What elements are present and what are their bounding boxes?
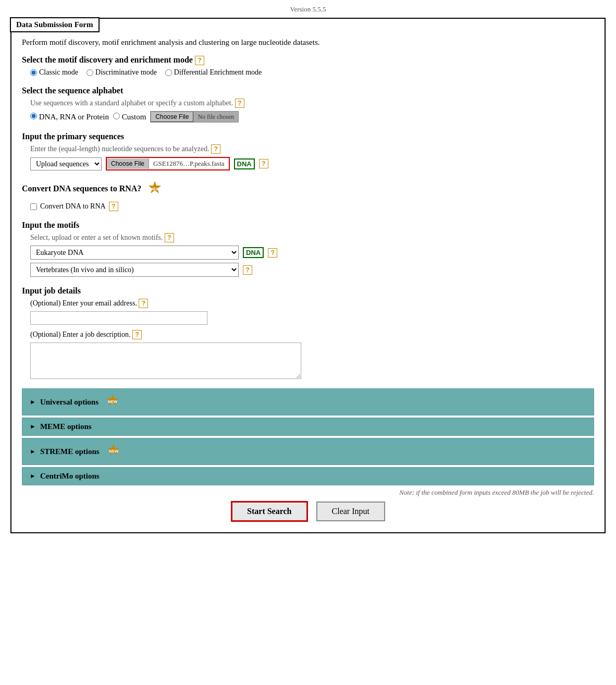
alphabet-section-title: Select the sequence alphabet <box>22 86 594 95</box>
primary-sequences-title: Input the primary sequences <box>22 132 594 141</box>
motifs-sublabel: Select, upload or enter a set of known m… <box>30 233 594 242</box>
new-starburst-svg: NEW <box>146 180 163 197</box>
intro-text: Perform motif discovery, motif enrichmen… <box>22 38 594 47</box>
convert-dna-new-badge: NEW <box>146 180 163 199</box>
alphabet-custom-radio[interactable] <box>113 113 120 119</box>
mode-classic-label[interactable]: Classic mode <box>30 68 78 77</box>
primary-sequences-sublabel: Enter the (equal-length) nucleotide sequ… <box>30 144 594 154</box>
streme-new-badge: NEW <box>106 443 121 460</box>
form-title: Data Submission Form <box>10 17 100 32</box>
universal-triangle-icon: ► <box>30 398 36 406</box>
svg-text:NEW: NEW <box>108 399 117 404</box>
svg-text:NEW: NEW <box>150 187 160 191</box>
streme-triangle-icon: ► <box>30 448 36 456</box>
motifs-dna-badge: DNA <box>243 247 264 258</box>
motifs-help-icon1[interactable]: ? <box>268 248 277 258</box>
buttons-row: Start Search Clear Input <box>22 501 594 522</box>
mode-discriminative-label[interactable]: Discriminative mode <box>87 68 157 77</box>
job-details-title: Input job details <box>22 286 594 296</box>
alphabet-dna-radio[interactable] <box>30 113 37 119</box>
motifs-select-row2: Vertebrates (In vivo and in silico) Inse… <box>30 263 594 277</box>
mode-discriminative-radio[interactable] <box>87 69 93 76</box>
motifs-select1[interactable]: Eukaryote DNA Prokaryote DNA RNA Protein <box>30 246 239 260</box>
start-search-button[interactable]: Start Search <box>231 501 307 522</box>
convert-dna-help-icon[interactable]: ? <box>109 202 118 211</box>
primary-sequences-section: Input the primary sequences Enter the (e… <box>22 132 594 170</box>
convert-dna-title: Convert DNA sequences to RNA? NEW <box>22 180 594 199</box>
email-label-row: (Optional) Enter your email address. ? <box>30 299 594 308</box>
primary-sequences-input-row: Upload sequences Paste sequences Sample … <box>30 157 594 170</box>
desc-help-icon[interactable]: ? <box>132 330 142 339</box>
streme-options-section[interactable]: ► STREME options NEW <box>22 438 594 465</box>
primary-file-name: GSE12876…P.peaks.fasta <box>149 158 229 169</box>
universal-options-section[interactable]: ► Universal options NEW <box>22 388 594 415</box>
mode-differential-radio[interactable] <box>165 69 172 76</box>
alphabet-file-input: Choose File No file chosen <box>150 111 239 123</box>
svg-text:NEW: NEW <box>109 449 118 454</box>
centrimo-triangle-icon: ► <box>30 472 36 480</box>
alphabet-help-icon[interactable]: ? <box>235 99 244 108</box>
desc-label-row: (Optional) Enter a job description. ? <box>30 330 594 339</box>
alphabet-choose-file-btn[interactable]: Choose File <box>151 112 193 122</box>
desc-textarea[interactable] <box>30 342 301 379</box>
mode-section-title: Select the motif discovery and enrichmen… <box>22 55 594 65</box>
motifs-section: Input the motifs Select, upload or enter… <box>22 221 594 277</box>
primary-file-upload-box: Choose File GSE12876…P.peaks.fasta <box>106 157 230 170</box>
centrimo-options-section[interactable]: ► CentriMo options <box>22 467 594 485</box>
primary-sequences-help-icon[interactable]: ? <box>211 144 220 154</box>
convert-dna-section: Convert DNA sequences to RNA? NEW Conver… <box>22 180 594 211</box>
collapsible-sections-container: ► Universal options NEW ► MEME options ►… <box>22 388 594 485</box>
email-help-icon[interactable]: ? <box>139 299 148 308</box>
mode-section: Select the motif discovery and enrichmen… <box>22 55 594 77</box>
motifs-help-icon[interactable]: ? <box>165 233 174 242</box>
primary-choose-file-btn[interactable]: Choose File <box>107 158 149 169</box>
clear-input-button[interactable]: Clear Input <box>316 501 385 521</box>
alphabet-radio-row: DNA, RNA or Protein Custom Choose File N… <box>30 111 594 123</box>
job-details-section: Input job details (Optional) Enter your … <box>22 286 594 379</box>
universal-new-badge: NEW <box>105 393 120 411</box>
primary-help-icon2[interactable]: ? <box>259 159 268 168</box>
email-input[interactable] <box>30 311 207 325</box>
meme-options-section[interactable]: ► MEME options <box>22 418 594 436</box>
alphabet-custom-label[interactable]: Custom <box>113 113 146 121</box>
version-label: Version 5.5.5 <box>10 5 606 14</box>
universal-options-label: Universal options <box>40 398 98 407</box>
form-container: Data Submission Form Perform motif disco… <box>10 18 606 533</box>
motifs-section-title: Input the motifs <box>22 221 594 230</box>
mode-differential-label[interactable]: Differential Enrichment mode <box>165 68 262 77</box>
upload-sequences-select[interactable]: Upload sequences Paste sequences Sample … <box>30 157 102 170</box>
primary-dna-badge: DNA <box>234 158 255 169</box>
mode-classic-radio[interactable] <box>30 69 37 76</box>
alphabet-sublabel: Use sequences with a standard alphabet o… <box>30 99 594 108</box>
alphabet-section: Select the sequence alphabet Use sequenc… <box>22 86 594 123</box>
mode-help-icon[interactable]: ? <box>195 56 204 65</box>
mode-radio-group: Classic mode Discriminative mode Differe… <box>30 68 594 77</box>
motifs-select2[interactable]: Vertebrates (In vivo and in silico) Inse… <box>30 263 239 277</box>
alphabet-dna-label[interactable]: DNA, RNA or Protein <box>30 113 109 121</box>
motifs-select-row1: Eukaryote DNA Prokaryote DNA RNA Protein… <box>30 246 594 260</box>
streme-options-label: STREME options <box>40 447 100 456</box>
alphabet-no-file-label: No file chosen <box>193 112 238 122</box>
convert-dna-checkbox-row: Convert DNA to RNA ? <box>30 202 594 211</box>
centrimo-options-label: CentriMo options <box>40 472 100 481</box>
meme-triangle-icon: ► <box>30 423 36 431</box>
meme-options-label: MEME options <box>40 422 92 431</box>
motifs-help-icon2[interactable]: ? <box>243 265 252 275</box>
convert-dna-checkbox[interactable] <box>30 203 37 210</box>
note-text: Note: if the combined form inputs exceed… <box>22 488 594 497</box>
